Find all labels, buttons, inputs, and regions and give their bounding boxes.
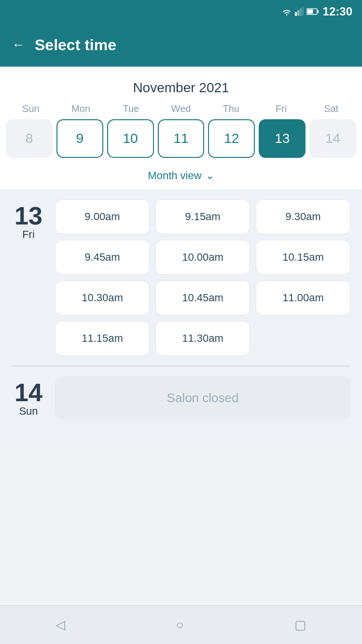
svg-rect-3	[302, 7, 304, 16]
day-9[interactable]: 9	[56, 119, 103, 158]
day-14-number: 14	[14, 380, 42, 405]
day-14-label: 14 Sun	[12, 376, 45, 420]
signal-icon	[295, 7, 304, 16]
slot-1030am[interactable]: 10.30am	[55, 280, 150, 315]
wifi-icon	[281, 8, 292, 15]
nav-recent-icon[interactable]: ▢	[294, 617, 306, 632]
status-time: 12:30	[323, 5, 352, 18]
page-title: Select time	[35, 36, 116, 54]
slot-1045am[interactable]: 10.45am	[155, 280, 250, 315]
weekday-tue: Tue	[106, 103, 156, 114]
day-12[interactable]: 12	[208, 119, 255, 158]
day-10[interactable]: 10	[107, 119, 154, 158]
status-bar: 12:30	[0, 0, 362, 23]
slots-section: 13 Fri 9.00am 9.15am 9.30am 9.45am 10.00…	[0, 190, 362, 439]
weekday-sat: Sat	[306, 103, 356, 114]
weekdays-row: Sun Mon Tue Wed Thu Fri Sat	[0, 103, 362, 114]
nav-home-icon[interactable]: ○	[176, 617, 184, 632]
day-13-label: 13 Fri	[12, 199, 45, 356]
slot-1100am[interactable]: 11.00am	[256, 280, 350, 315]
slot-1130am[interactable]: 11.30am	[155, 321, 250, 356]
divider	[12, 365, 350, 366]
month-view-label: Month view	[148, 169, 201, 182]
weekday-sun: Sun	[6, 103, 56, 114]
day-14-block: 14 Sun Salon closed	[12, 376, 350, 420]
app-header: ← Select time	[0, 23, 362, 67]
day-8: 8	[6, 119, 53, 158]
svg-rect-1	[297, 10, 299, 16]
svg-rect-5	[317, 10, 319, 13]
day-13-slots-grid: 9.00am 9.15am 9.30am 9.45am 10.00am 10.1…	[55, 199, 350, 356]
day-13[interactable]: 13	[259, 119, 306, 158]
slot-1115am[interactable]: 11.15am	[55, 321, 150, 356]
day-14: 14	[309, 119, 356, 158]
status-icons	[281, 7, 319, 16]
days-row: 8 9 10 11 12 13 14	[0, 119, 362, 166]
chevron-down-icon: ⌄	[206, 169, 214, 182]
weekday-thu: Thu	[206, 103, 256, 114]
slot-915am[interactable]: 9.15am	[155, 199, 250, 234]
slot-1015am[interactable]: 10.15am	[256, 240, 350, 275]
weekday-mon: Mon	[56, 103, 106, 114]
svg-rect-0	[295, 12, 297, 16]
salon-closed-block: Salon closed	[55, 376, 350, 420]
calendar-section: November 2021 Sun Mon Tue Wed Thu Fri Sa…	[0, 67, 362, 190]
slot-930am[interactable]: 9.30am	[256, 199, 350, 234]
back-button[interactable]: ←	[12, 37, 25, 53]
slot-945am[interactable]: 9.45am	[55, 240, 150, 275]
salon-closed-text: Salon closed	[167, 391, 239, 406]
nav-back-icon[interactable]: ◁	[56, 617, 65, 632]
weekday-fri: Fri	[256, 103, 306, 114]
month-view-toggle[interactable]: Month view ⌄	[0, 166, 362, 190]
bottom-nav: ◁ ○ ▢	[0, 605, 362, 644]
svg-rect-2	[300, 8, 302, 16]
slot-900am[interactable]: 9.00am	[55, 199, 150, 234]
svg-rect-6	[307, 10, 313, 14]
day-13-number: 13	[14, 203, 42, 228]
battery-icon	[306, 8, 319, 15]
weekday-wed: Wed	[156, 103, 206, 114]
day-11[interactable]: 11	[158, 119, 205, 158]
slot-1000am[interactable]: 10.00am	[155, 240, 250, 275]
day-13-block: 13 Fri 9.00am 9.15am 9.30am 9.45am 10.00…	[12, 199, 350, 356]
day-13-name: Fri	[22, 228, 35, 241]
day-14-name: Sun	[19, 405, 38, 418]
month-year-label: November 2021	[0, 76, 362, 103]
